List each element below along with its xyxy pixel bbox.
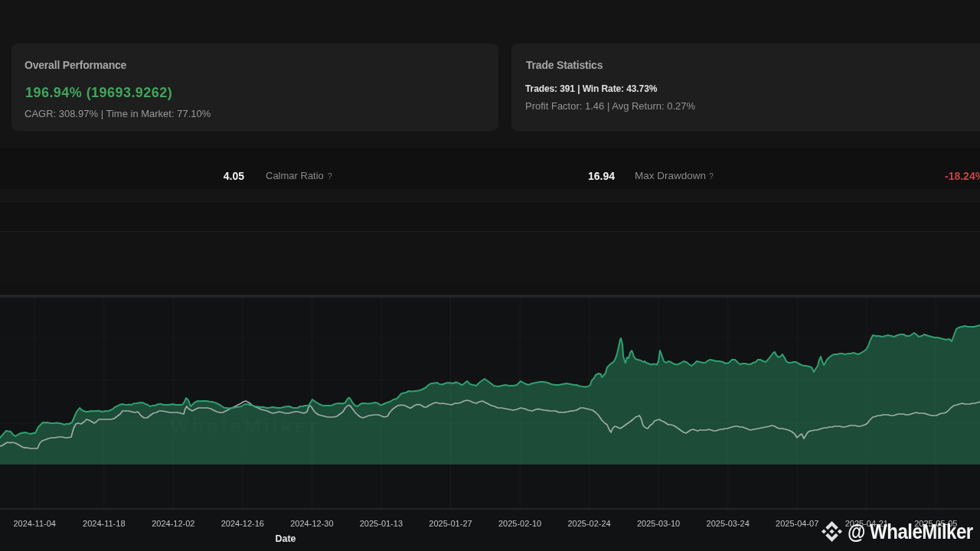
svg-text:2025-04-07: 2025-04-07 [776,519,818,528]
svg-text:2024-11-18: 2024-11-18 [83,519,125,528]
svg-text:2024-12-30: 2024-12-30 [290,519,333,528]
svg-text:2025-02-24: 2025-02-24 [567,519,610,528]
svg-text:2025-01-27: 2025-01-27 [429,519,472,528]
svg-text:Date: Date [275,533,296,544]
svg-text:2024-12-16: 2024-12-16 [221,519,264,528]
svg-text:2024-12-02: 2024-12-02 [152,519,194,528]
svg-text:2025-03-10: 2025-03-10 [637,519,680,528]
svg-text:2024-11-04: 2024-11-04 [13,519,55,528]
svg-text:2025-03-24: 2025-03-24 [707,519,750,528]
svg-text:WhaleMilker: WhaleMilker [170,415,320,438]
svg-text:2025-01-13: 2025-01-13 [360,519,403,528]
svg-text:2025-02-10: 2025-02-10 [498,519,541,528]
